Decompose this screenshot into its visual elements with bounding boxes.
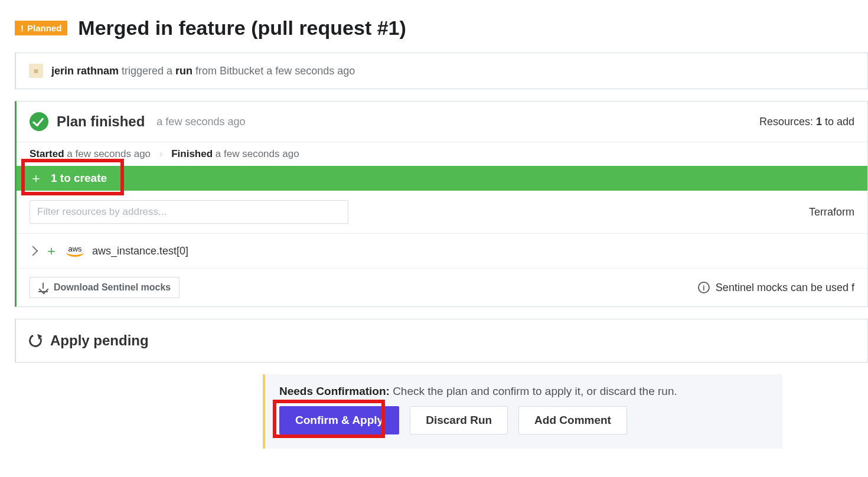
- apply-pending-title: Apply pending: [50, 332, 149, 349]
- add-comment-button[interactable]: Add Comment: [518, 406, 627, 434]
- exclamation-icon: !: [21, 23, 24, 33]
- download-button-label: Download Sentinel mocks: [54, 282, 171, 293]
- resource-address: aws_instance.test[0]: [92, 245, 188, 257]
- page-title: Merged in feature (pull request #1): [78, 17, 406, 40]
- breadcrumb-sep: ›: [159, 148, 163, 159]
- confirm-apply-button[interactable]: Confirm & Apply: [279, 406, 399, 434]
- filter-resources-input[interactable]: [30, 200, 348, 224]
- download-icon: [38, 283, 48, 292]
- check-icon: [30, 112, 48, 131]
- pending-icon: [27, 332, 44, 349]
- trigger-user: jerin rathnam: [51, 65, 119, 77]
- plan-card: Plan finished a few seconds ago Resource…: [15, 101, 868, 307]
- apply-pending-card: Apply pending: [15, 319, 868, 362]
- terraform-label: Terraform: [809, 206, 854, 218]
- avatar: ≡: [29, 64, 43, 78]
- confirmation-text: Needs Confirmation: Check the plan and c…: [279, 385, 768, 398]
- plus-icon: ＋: [30, 172, 43, 185]
- create-count-label: 1 to create: [51, 172, 107, 185]
- aws-icon: aws: [66, 245, 84, 257]
- plan-timeline: Started a few seconds ago › Finished a f…: [17, 142, 867, 166]
- status-badge-planned: ! Planned: [15, 21, 67, 35]
- status-badge-label: Planned: [27, 23, 61, 33]
- chevron-right-icon: [28, 246, 38, 256]
- trigger-text: jerin rathnam triggered a run from Bitbu…: [51, 65, 355, 77]
- started-label: Started: [30, 148, 64, 159]
- plan-title: Plan finished: [57, 113, 145, 130]
- plan-resources-summary: Resources: 1 to add: [759, 116, 854, 128]
- sentinel-hint: Sentinel mocks can be used f: [716, 282, 854, 294]
- discard-run-button[interactable]: Discard Run: [410, 406, 508, 434]
- confirmation-panel: Needs Confirmation: Check the plan and c…: [263, 374, 782, 449]
- resource-row[interactable]: ＋ aws aws_instance.test[0]: [17, 233, 867, 268]
- download-sentinel-mocks-button[interactable]: Download Sentinel mocks: [30, 277, 180, 298]
- plus-icon: ＋: [45, 242, 58, 260]
- trigger-run-word: run: [175, 65, 192, 77]
- resources-to-create-bar[interactable]: ＋ 1 to create: [17, 166, 867, 191]
- finished-label: Finished: [171, 148, 213, 159]
- info-icon: i: [698, 282, 710, 293]
- trigger-card: ≡ jerin rathnam triggered a run from Bit…: [15, 53, 868, 89]
- plan-time: a few seconds ago: [156, 116, 245, 128]
